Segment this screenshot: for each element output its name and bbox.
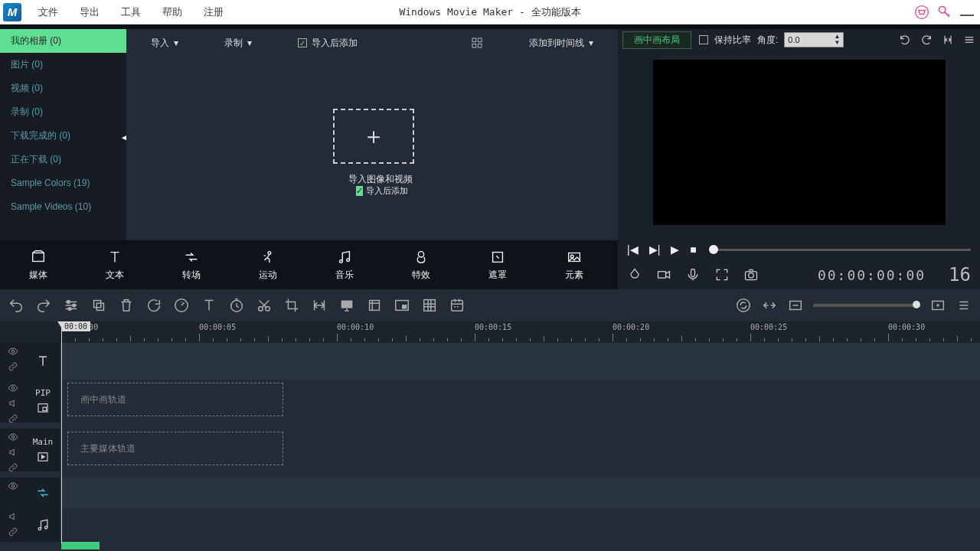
track-link-icon[interactable] (8, 413, 18, 424)
redo-icon[interactable] (920, 34, 933, 46)
sidebar-item-album[interactable]: 我的相册 (0) (0, 29, 126, 53)
svg-point-19 (73, 304, 76, 307)
menu-icon[interactable] (963, 34, 975, 46)
color-picker-icon[interactable] (627, 267, 642, 282)
timeline-ruler[interactable]: 00:00:0000:00:0500:00:1000:00:1500:00:20… (0, 321, 980, 343)
sidebar-item-videos[interactable]: 视频 (0) (0, 77, 126, 100)
pip-track[interactable]: 画中画轨道 (61, 380, 980, 422)
tl-speed-icon[interactable] (173, 297, 190, 314)
tl-cut-icon[interactable] (256, 297, 273, 314)
prev-frame-icon[interactable]: |◀ (627, 243, 639, 256)
menu-tools[interactable]: 工具 (110, 0, 152, 24)
audio-track[interactable] (61, 508, 980, 542)
zoom-slider[interactable] (813, 304, 920, 307)
tl-delete-icon[interactable] (118, 297, 135, 314)
sidebar-item-record[interactable]: 录制 (0) (0, 100, 126, 124)
stop-icon[interactable]: ■ (690, 243, 696, 256)
playhead[interactable] (61, 321, 62, 543)
cart-icon[interactable] (914, 5, 929, 20)
sidebar-item-downloaded[interactable]: 下载完成的 (0) (0, 124, 126, 148)
tl-crop-icon[interactable] (283, 297, 300, 314)
menu-file[interactable]: 文件 (28, 0, 69, 24)
minimize-button[interactable] (960, 15, 974, 16)
tl-trim-icon[interactable] (311, 297, 328, 314)
angle-input[interactable]: 0.0▲▼ (784, 32, 844, 47)
menu-export[interactable]: 导出 (69, 0, 110, 24)
add-timeline-dropdown[interactable]: 添加到时间线▾ (529, 37, 593, 50)
sidebar-item-images[interactable]: 图片 (0) (0, 53, 126, 77)
track-mute-icon[interactable] (8, 398, 18, 409)
add-after-import-checkbox[interactable]: ✓导入后添加 (298, 37, 358, 50)
svg-rect-22 (96, 303, 103, 310)
tab-text[interactable]: 文本 (77, 240, 153, 289)
tl-settings-icon[interactable] (63, 297, 80, 314)
sidebar-collapse-icon[interactable]: ◄ (120, 133, 126, 142)
next-frame-icon[interactable]: ▶| (649, 243, 661, 256)
keep-ratio-checkbox[interactable] (699, 35, 708, 44)
text-track[interactable] (61, 343, 980, 380)
sidebar-item-samplevideos[interactable]: Sample Videos (10) (0, 195, 126, 219)
tl-zoomout-icon[interactable] (787, 297, 804, 314)
camera-record-icon[interactable] (656, 267, 671, 282)
fullscreen-icon[interactable] (714, 267, 730, 282)
undo-icon[interactable] (899, 34, 911, 46)
plus-icon: ＋ (362, 121, 385, 152)
pip-track-icon (36, 401, 50, 415)
import-dropdown[interactable]: 导入▾ (151, 37, 178, 50)
tl-cropframe-icon[interactable] (366, 297, 383, 314)
record-dropdown[interactable]: 录制▾ (224, 37, 252, 50)
snapshot-icon[interactable] (743, 267, 759, 282)
menu-register[interactable]: 注册 (193, 0, 234, 24)
tab-mask[interactable]: 遮罩 (459, 240, 536, 289)
play-icon[interactable]: ▶ (671, 243, 679, 256)
grid-view-icon[interactable] (471, 37, 483, 49)
import-dropzone[interactable]: ＋ (333, 109, 414, 164)
track-vis-icon[interactable] (8, 432, 18, 442)
tl-pip-icon[interactable] (394, 297, 410, 314)
tl-rotate-icon[interactable] (145, 297, 162, 314)
dropzone-sub-checkbox[interactable]: ✓导入后添加 (356, 185, 408, 197)
tl-duration-icon[interactable] (228, 297, 245, 314)
tl-calendar-icon[interactable] (449, 297, 466, 314)
pip-layout-button[interactable]: 画中画布局 (622, 31, 691, 49)
transition-track[interactable] (61, 478, 980, 508)
tl-text-icon[interactable] (201, 297, 217, 314)
tab-media[interactable]: 媒体 (0, 240, 77, 289)
track-mute-icon[interactable] (8, 511, 18, 522)
sidebar-item-colors[interactable]: Sample Colors (19) (0, 171, 126, 195)
sidebar-item-downloading[interactable]: 正在下载 (0) (0, 148, 126, 171)
track-vis-icon[interactable] (8, 481, 18, 491)
tab-effects[interactable]: 特效 (383, 240, 459, 289)
timeline-toolbar (0, 289, 980, 321)
mic-icon[interactable] (685, 267, 701, 282)
track-vis-icon[interactable] (8, 383, 18, 393)
tl-fit-icon[interactable] (761, 297, 778, 314)
svg-rect-28 (370, 301, 380, 311)
tab-music[interactable]: 音乐 (306, 240, 383, 289)
scrubber[interactable] (712, 249, 971, 251)
main-track[interactable]: 主要媒体轨道 (61, 429, 980, 471)
track-link-icon[interactable] (8, 361, 18, 372)
key-icon[interactable] (937, 5, 952, 20)
tl-duplicate-icon[interactable] (90, 297, 107, 314)
tl-sync-icon[interactable] (735, 297, 752, 314)
tab-motion[interactable]: 运动 (230, 240, 306, 289)
fit-icon[interactable] (942, 34, 954, 46)
tab-transition[interactable]: 转场 (153, 240, 230, 289)
tl-redo-icon[interactable] (35, 297, 52, 314)
menu-help[interactable]: 帮助 (152, 0, 193, 24)
tl-zoomin-icon[interactable] (929, 297, 946, 314)
keep-ratio-label: 保持比率 (714, 34, 751, 47)
track-vis-icon[interactable] (8, 346, 18, 357)
tl-undo-icon[interactable] (8, 297, 24, 314)
timeline-scrollbar[interactable] (61, 542, 100, 549)
app-logo: M (3, 3, 21, 21)
tab-elements[interactable]: 元素 (536, 240, 612, 289)
track-mute-icon[interactable] (8, 447, 18, 458)
svg-point-11 (268, 251, 271, 254)
track-link-icon[interactable] (8, 462, 18, 473)
tl-list-icon[interactable] (956, 297, 972, 314)
track-link-icon[interactable] (8, 527, 18, 537)
tl-grid-icon[interactable] (421, 297, 438, 314)
tl-screen-icon[interactable] (338, 297, 355, 314)
